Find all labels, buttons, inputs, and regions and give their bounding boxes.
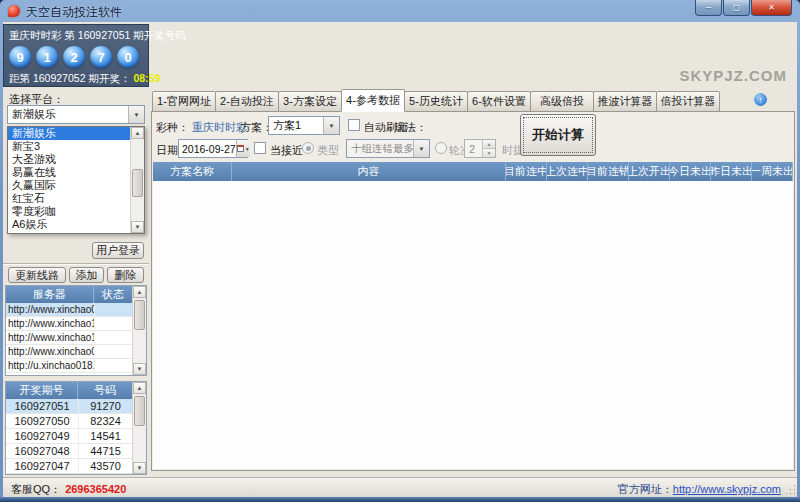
server-row[interactable]: http://www.xinchao15... bbox=[6, 317, 132, 331]
tab-4[interactable]: 4-参考数据 bbox=[341, 89, 405, 112]
server-row[interactable]: http://www.xinchao16... bbox=[6, 331, 132, 345]
server-col-header[interactable]: 服务器 bbox=[6, 286, 94, 303]
streak-selected-value: 十组连错最多 bbox=[347, 142, 413, 156]
issue-col-header[interactable]: 开奖期号 bbox=[6, 382, 78, 399]
draw-row[interactable]: 16092705082324 bbox=[6, 414, 132, 429]
tab-7[interactable]: 高级倍投 bbox=[530, 91, 594, 112]
window-controls: ─ ▢ ✕ bbox=[695, 0, 792, 16]
scroll-thumb[interactable] bbox=[134, 396, 145, 426]
platform-select[interactable]: 新潮娱乐 ▼ bbox=[7, 105, 145, 124]
platform-list-item[interactable]: 新宝3 bbox=[8, 140, 130, 153]
near-label: 当接近 bbox=[270, 143, 303, 158]
platform-list-scrollbar[interactable]: ▲ ▼ bbox=[130, 127, 144, 233]
statusbar: 客服QQ：2696365420 官方网址：http://www.skypjz.c… bbox=[3, 477, 797, 497]
plan-select[interactable]: 方案1 ▼ bbox=[268, 116, 340, 135]
sidebar: 选择平台： 新潮娱乐 ▼ 新潮娱乐新宝3大圣游戏易赢在线久赢国际红宝石零度彩咖A… bbox=[3, 88, 149, 477]
platform-list-item[interactable]: 久赢国际 bbox=[8, 179, 130, 192]
date-input[interactable]: 2016-09-27 ▼ bbox=[178, 139, 248, 158]
round-radio[interactable] bbox=[435, 142, 447, 154]
auto-refresh-checkbox[interactable] bbox=[348, 119, 360, 131]
draw-row[interactable]: 16092705191270 bbox=[6, 399, 132, 414]
scroll-up-icon[interactable]: ▲ bbox=[131, 127, 144, 139]
platform-list-item[interactable]: A6娱乐 bbox=[8, 218, 130, 231]
near-checkbox[interactable] bbox=[254, 142, 266, 154]
app-window: 天空自动投注软件 ─ ▢ ✕ 重庆时时彩 第 160927051 期开奖号码 9… bbox=[0, 0, 800, 502]
draw-row[interactable]: 16092704914541 bbox=[6, 429, 132, 444]
draw-ball: 0 bbox=[117, 46, 139, 68]
status-col-header[interactable]: 状态 bbox=[94, 286, 132, 303]
user-login-button[interactable]: 用户登录 bbox=[92, 242, 144, 259]
scroll-down-icon[interactable]: ▼ bbox=[133, 363, 146, 375]
number-col-header[interactable]: 号码 bbox=[78, 382, 132, 399]
scroll-down-icon[interactable]: ▼ bbox=[131, 221, 144, 233]
countdown-prefix: 距第 160927052 期开奖： bbox=[9, 72, 130, 84]
spinner-up-icon[interactable]: ▲ bbox=[483, 140, 495, 148]
draw-table-scrollbar[interactable]: ▲ ▼ bbox=[132, 382, 146, 474]
draw-table-header: 开奖期号 号码 bbox=[6, 382, 132, 399]
draw-issue-cell: 160927050 bbox=[6, 415, 78, 427]
streak-select[interactable]: 十组连错最多 ▼ bbox=[346, 139, 430, 158]
platform-list-item[interactable]: 新潮娱乐 bbox=[8, 127, 130, 140]
server-url-cell: http://www.xinchao16... bbox=[6, 332, 94, 343]
scroll-thumb[interactable] bbox=[134, 300, 145, 330]
tabstrip: 1-官网网址2-自动投注3-方案设定4-参考数据5-历史统计6-软件设置高级倍投… bbox=[152, 89, 719, 112]
result-col-header[interactable]: 内容 bbox=[232, 162, 506, 181]
result-col-header[interactable]: 今日未出 bbox=[670, 162, 711, 181]
sidebar-divider bbox=[3, 263, 149, 265]
minimize-button[interactable]: ─ bbox=[695, 0, 722, 16]
draw-number-cell: 43570 bbox=[78, 459, 132, 473]
draw-row[interactable]: 16092704844715 bbox=[6, 444, 132, 459]
add-button[interactable]: 添加 bbox=[69, 267, 104, 283]
start-calculate-button[interactable]: 开始计算 bbox=[520, 114, 596, 156]
titlebar[interactable]: 天空自动投注软件 ─ ▢ ✕ bbox=[0, 0, 800, 22]
chevron-down-icon[interactable]: ▼ bbox=[128, 106, 144, 123]
qq-value: 2696365420 bbox=[65, 483, 126, 495]
tab-3[interactable]: 3-方案设定 bbox=[278, 91, 342, 112]
tab-8[interactable]: 推波计算器 bbox=[593, 91, 657, 112]
server-row[interactable]: http://www.xinchao06... bbox=[6, 303, 132, 317]
chevron-down-icon[interactable]: ▼ bbox=[413, 140, 429, 157]
draw-heading: 重庆时时彩 第 160927051 期开奖号码 bbox=[4, 25, 148, 43]
calendar-icon[interactable]: ▼ bbox=[236, 140, 250, 157]
resize-grip[interactable] bbox=[794, 493, 795, 494]
tab-1[interactable]: 1-官网网址 bbox=[152, 91, 216, 112]
scroll-up-icon[interactable]: ▲ bbox=[133, 286, 146, 298]
client-area: 重庆时时彩 第 160927051 期开奖号码 91270 距第 1609270… bbox=[3, 22, 797, 497]
spinner-down-icon[interactable]: ▼ bbox=[483, 148, 495, 157]
tab-6[interactable]: 6-软件设置 bbox=[467, 91, 531, 112]
maximize-button[interactable]: ▢ bbox=[723, 0, 750, 16]
scroll-down-icon[interactable]: ▼ bbox=[133, 462, 146, 474]
result-col-header[interactable]: 目前连中 bbox=[506, 162, 547, 181]
scroll-up-icon[interactable]: ▲ bbox=[133, 382, 146, 394]
result-col-header[interactable]: 目前连错 bbox=[588, 162, 629, 181]
site-link[interactable]: http://www.skypjz.com bbox=[673, 483, 781, 495]
server-table-scrollbar[interactable]: ▲ ▼ bbox=[132, 286, 146, 375]
delete-button[interactable]: 删除 bbox=[107, 267, 144, 283]
draw-row[interactable]: 16092704743570 bbox=[6, 459, 132, 474]
platform-list-item[interactable]: 零度彩咖 bbox=[8, 205, 130, 218]
result-col-header[interactable]: 方案名称 bbox=[153, 162, 232, 181]
platform-list-item[interactable]: 易赢在线 bbox=[8, 166, 130, 179]
update-lines-button[interactable]: 更新线路 bbox=[8, 267, 66, 283]
platform-dropdown-list: 新潮娱乐新宝3大圣游戏易赢在线久赢国际红宝石零度彩咖A6娱乐 ▲ ▼ bbox=[7, 126, 145, 234]
server-row[interactable]: http://www.xinchao08... bbox=[6, 345, 132, 359]
tab-5[interactable]: 5-历史统计 bbox=[404, 91, 468, 112]
platform-list-item[interactable]: 红宝石 bbox=[8, 192, 130, 205]
result-col-header[interactable]: 上次开出 bbox=[629, 162, 670, 181]
chevron-down-icon[interactable]: ▼ bbox=[323, 117, 339, 134]
round-spinner[interactable]: 2 ▲▼ bbox=[464, 139, 496, 158]
up-arrow-icon[interactable]: ↑ bbox=[754, 93, 767, 106]
server-row[interactable]: http://u.xinchao018.c... bbox=[6, 359, 132, 373]
result-col-header[interactable]: 上次连中 bbox=[547, 162, 588, 181]
server-url-cell: http://www.xinchao06... bbox=[6, 304, 94, 315]
close-button[interactable]: ✕ bbox=[751, 0, 792, 16]
tab-2[interactable]: 2-自动投注 bbox=[215, 91, 279, 112]
chevron-down-icon: ▼ bbox=[245, 146, 250, 152]
result-col-header[interactable]: 一周未出 bbox=[752, 162, 793, 181]
type-radio[interactable] bbox=[302, 142, 314, 154]
platform-list-item[interactable]: 大圣游戏 bbox=[8, 153, 130, 166]
plan-selected-value: 方案1 bbox=[269, 118, 323, 133]
scroll-thumb[interactable] bbox=[132, 169, 143, 197]
result-col-header[interactable]: 昨日未出 bbox=[711, 162, 752, 181]
tab-9[interactable]: 倍投计算器 bbox=[656, 91, 720, 112]
